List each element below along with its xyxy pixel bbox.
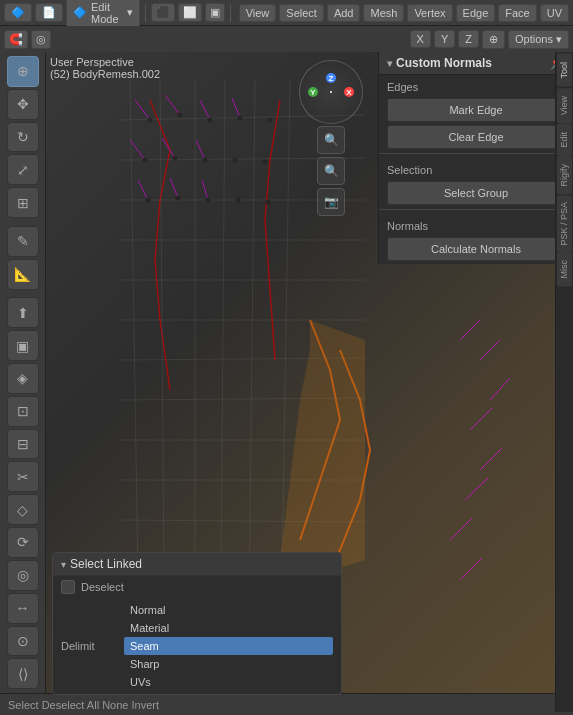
edit-tab[interactable]: Edit <box>557 124 572 156</box>
mode-icon: 🔷 <box>73 6 87 19</box>
smooth-btn[interactable]: ◎ <box>7 560 39 591</box>
snap-btn[interactable]: 🧲 <box>4 30 28 49</box>
move-tool-btn[interactable]: ✥ <box>7 89 39 120</box>
loop-cut-btn[interactable]: ⊡ <box>7 396 39 427</box>
delimit-material[interactable]: Material <box>124 619 333 637</box>
tool-tab[interactable]: Tool <box>557 54 572 87</box>
svg-line-23 <box>196 140 205 160</box>
svg-line-20 <box>232 98 240 118</box>
edge-menu[interactable]: Edge <box>456 4 496 22</box>
misc-tab[interactable]: Misc <box>557 252 572 287</box>
select-menu[interactable]: Select <box>279 4 324 22</box>
uv-menu[interactable]: UV <box>540 4 569 22</box>
svg-line-34 <box>460 558 482 580</box>
delimit-uvs[interactable]: UVs <box>124 673 333 691</box>
axis-x-btn[interactable]: X <box>410 30 431 48</box>
svg-point-35 <box>148 118 153 123</box>
blender-menu-btn[interactable]: 🔷 <box>4 3 32 22</box>
svg-point-42 <box>203 158 208 163</box>
custom-normals-panel: ▾ Custom Normals 📌 Edges Mark Edge Clear… <box>378 52 573 264</box>
orientation-gizmo[interactable]: Z X Y <box>299 60 363 124</box>
z-axis-indicator: Z <box>326 73 336 83</box>
scale-tool-btn[interactable]: ⤢ <box>7 154 39 185</box>
poly-build-btn[interactable]: ◇ <box>7 494 39 525</box>
view-menu[interactable]: View <box>239 4 277 22</box>
panel-header: ▾ Custom Normals 📌 <box>379 52 573 75</box>
mesh-select-face-btn[interactable]: ▣ <box>205 3 225 22</box>
deselect-checkbox[interactable] <box>61 580 75 594</box>
divider1 <box>379 153 573 154</box>
measure-tool-btn[interactable]: 📐 <box>7 259 39 290</box>
add-menu[interactable]: Add <box>327 4 361 22</box>
nav-buttons: 🔍 🔍 📷 <box>317 126 345 216</box>
svg-point-43 <box>233 158 238 163</box>
normals-section-label: Normals <box>379 214 573 234</box>
global-btn[interactable]: ⊕ <box>482 30 505 49</box>
axis-y-btn[interactable]: Y <box>434 30 455 48</box>
transform-tool-btn[interactable]: ⊞ <box>7 187 39 218</box>
delimit-sharp[interactable]: Sharp <box>124 655 333 673</box>
select-group-btn[interactable]: Select Group <box>387 181 565 205</box>
zoom-in-btn[interactable]: 🔍 <box>317 126 345 154</box>
svg-line-33 <box>450 518 472 540</box>
status-bar: Select Deselect All None Invert <box>0 693 573 715</box>
rotate-tool-btn[interactable]: ↻ <box>7 122 39 153</box>
delimit-normal[interactable]: Normal <box>124 601 333 619</box>
svg-line-26 <box>202 180 208 200</box>
rigify-tab[interactable]: Rigify <box>557 156 572 195</box>
svg-line-28 <box>480 340 500 360</box>
mesh-select-edge-btn[interactable]: ⬜ <box>178 3 202 22</box>
mark-edge-btn[interactable]: Mark Edge <box>387 98 565 122</box>
mesh-menu[interactable]: Mesh <box>363 4 404 22</box>
y-axis-indicator: Y <box>308 87 318 97</box>
zoom-out-btn[interactable]: 🔍 <box>317 157 345 185</box>
edges-section-label: Edges <box>379 75 573 95</box>
svg-line-31 <box>480 448 502 470</box>
mesh-select-vertex-btn[interactable]: ⬛ <box>151 3 175 22</box>
x-axis-indicator: X <box>344 87 354 97</box>
view-tab[interactable]: View <box>557 88 572 123</box>
select-linked-popup: ▾ Select Linked Deselect Delimit Normal … <box>52 552 342 695</box>
options-btn[interactable]: Options ▾ <box>508 30 569 49</box>
svg-point-44 <box>263 160 268 165</box>
mode-label: Edit Mode <box>91 1 123 25</box>
clear-edge-btn[interactable]: Clear Edge <box>387 125 565 149</box>
svg-line-18 <box>165 95 180 115</box>
viewport[interactable]: 🔷 📄 🔷 Edit Mode ▾ ⬛ ⬜ ▣ View Select Add … <box>0 0 573 715</box>
local-view-btn[interactable]: 📷 <box>317 188 345 216</box>
offset-cut-btn[interactable]: ⊟ <box>7 429 39 460</box>
svg-line-25 <box>170 178 178 198</box>
svg-point-40 <box>143 158 148 163</box>
svg-point-49 <box>266 200 271 205</box>
svg-point-41 <box>173 156 178 161</box>
mode-dropdown[interactable]: 🔷 Edit Mode ▾ <box>66 0 140 28</box>
top-toolbar-row1: 🔷 📄 🔷 Edit Mode ▾ ⬛ ⬜ ▣ View Select Add … <box>0 0 573 26</box>
psk-psa-tab[interactable]: PSK / PSA <box>557 196 572 252</box>
extrude-tool-btn[interactable]: ⬆ <box>7 297 39 328</box>
scene-btn[interactable]: 📄 <box>35 3 63 22</box>
shear-btn[interactable]: ⟨⟩ <box>7 658 39 689</box>
divider2 <box>379 209 573 210</box>
cursor-tool-btn[interactable]: ⊕ <box>7 56 39 87</box>
popup-collapse-icon: ▾ <box>61 559 66 570</box>
delimit-seam[interactable]: Seam <box>124 637 333 655</box>
svg-line-24 <box>138 180 148 200</box>
panel-title: Custom Normals <box>396 56 492 70</box>
separator <box>145 4 146 22</box>
calculate-normals-btn[interactable]: Calculate Normals <box>387 237 565 261</box>
edge-slide-btn[interactable]: ↔ <box>7 593 39 624</box>
axis-z-btn[interactable]: Z <box>458 30 479 48</box>
inset-tool-btn[interactable]: ▣ <box>7 330 39 361</box>
panel-collapse-btn[interactable]: ▾ <box>387 58 392 69</box>
spin-btn[interactable]: ⟳ <box>7 527 39 558</box>
vertex-menu[interactable]: Vertex <box>407 4 452 22</box>
svg-point-46 <box>176 196 181 201</box>
proportional-btn[interactable]: ◎ <box>31 30 51 49</box>
knife-btn[interactable]: ✂ <box>7 461 39 492</box>
shrink-btn[interactable]: ⊙ <box>7 626 39 657</box>
popup-title: Select Linked <box>70 557 142 571</box>
face-menu[interactable]: Face <box>498 4 536 22</box>
svg-line-30 <box>470 408 492 430</box>
bevel-tool-btn[interactable]: ◈ <box>7 363 39 394</box>
annotate-tool-btn[interactable]: ✎ <box>7 226 39 257</box>
